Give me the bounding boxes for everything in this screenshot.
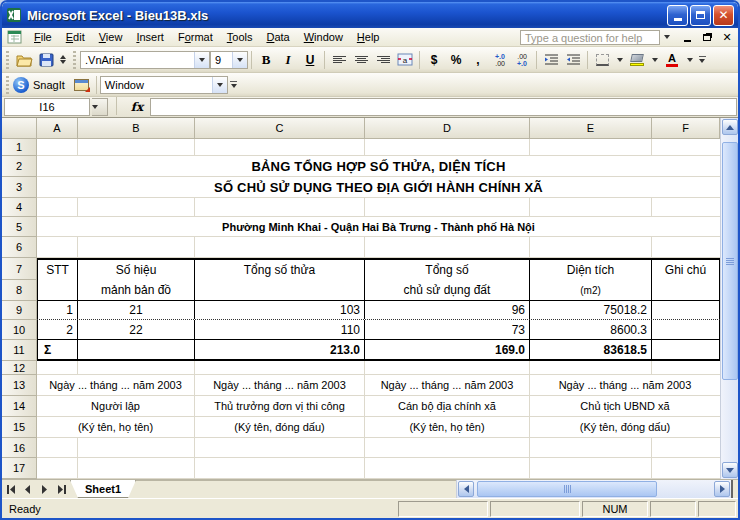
close-button[interactable]: ✕ — [713, 5, 734, 26]
cell[interactable] — [365, 198, 530, 216]
menu-view[interactable]: View — [92, 29, 130, 45]
cell[interactable] — [530, 198, 652, 216]
row-header-15[interactable]: 15 — [2, 417, 37, 438]
cell-b9[interactable]: 21 — [78, 301, 195, 319]
cell[interactable] — [78, 198, 195, 216]
cell-a11[interactable]: Σ — [37, 340, 78, 359]
toolbar-grip[interactable] — [73, 51, 76, 69]
row-header-1[interactable]: 1 — [2, 139, 37, 156]
cell-d9[interactable]: 96 — [365, 301, 530, 319]
column-header-f[interactable]: F — [652, 118, 720, 139]
menu-data[interactable]: Data — [259, 29, 296, 45]
cell[interactable] — [652, 237, 720, 257]
bold-button[interactable]: B — [255, 49, 277, 70]
last-sheet-button[interactable] — [53, 480, 70, 498]
insert-function-button[interactable]: fx — [125, 97, 149, 117]
cell-b8[interactable]: mảnh bản đồ — [78, 280, 195, 300]
column-header-e[interactable]: E — [530, 118, 652, 139]
cell-e7[interactable]: Diện tích — [530, 260, 652, 280]
cell[interactable] — [195, 198, 365, 216]
tab-sheet1[interactable]: Sheet1 — [70, 480, 136, 498]
row-header-10[interactable]: 10 — [2, 320, 37, 340]
cell-e8[interactable]: (m2) — [530, 280, 652, 300]
font-color-dropdown-icon[interactable] — [683, 52, 696, 67]
scroll-up-button[interactable] — [722, 119, 738, 135]
row-header-17[interactable]: 17 — [2, 458, 37, 479]
menu-format[interactable]: Format — [171, 29, 220, 45]
row-header-11[interactable]: 11 — [2, 340, 37, 361]
cell-title-line1[interactable]: BẢNG TỔNG HỢP SỐ THỬA, DIỆN TÍCH — [37, 156, 720, 176]
cell[interactable] — [530, 361, 652, 374]
cell[interactable] — [530, 139, 652, 155]
cell-signnote-2[interactable]: (Ký tên, đóng dấu) — [195, 417, 365, 437]
align-right-button[interactable] — [372, 49, 394, 70]
cell-c10[interactable]: 110 — [195, 320, 365, 339]
row-header-3[interactable]: 3 — [2, 177, 37, 198]
workbook-restore-button[interactable] — [699, 30, 715, 44]
row-header-14[interactable]: 14 — [2, 396, 37, 417]
workbook-minimize-button[interactable] — [679, 30, 695, 44]
decrease-decimal-button[interactable]: .00+.0 — [511, 49, 533, 70]
chevron-down-icon[interactable] — [232, 52, 247, 68]
toolbar-grip[interactable] — [6, 76, 9, 94]
snagit-mode-combo[interactable]: Window — [100, 76, 228, 94]
previous-sheet-button[interactable] — [19, 480, 36, 498]
cell[interactable] — [530, 438, 652, 457]
cell[interactable] — [365, 438, 530, 457]
cell-f9[interactable] — [652, 301, 720, 319]
workbook-icon[interactable] — [7, 30, 22, 44]
cell-e9[interactable]: 75018.2 — [530, 301, 652, 319]
save-button[interactable] — [35, 49, 57, 70]
underline-button[interactable]: U — [299, 49, 321, 70]
cell-date-4[interactable]: Ngày ... tháng ... năm 2003 — [530, 375, 720, 395]
cell[interactable] — [37, 361, 78, 374]
cell[interactable] — [78, 361, 195, 374]
cell-role-4[interactable]: Chủ tịch UBND xã — [530, 396, 720, 416]
cell-role-1[interactable]: Người lập — [37, 396, 195, 416]
column-header-a[interactable]: A — [37, 118, 78, 139]
row-header-8[interactable]: 8 — [2, 280, 37, 301]
fill-color-dropdown-icon[interactable] — [648, 52, 661, 67]
cell-b11[interactable] — [78, 340, 195, 359]
minimize-button[interactable] — [667, 5, 688, 26]
cell-a10[interactable]: 2 — [37, 320, 78, 339]
column-header-b[interactable]: B — [78, 118, 195, 139]
help-dropdown-icon[interactable] — [660, 30, 673, 45]
cell-signnote-4[interactable]: (Ký tên, đóng dấu) — [530, 417, 720, 437]
row-header-4[interactable]: 4 — [2, 198, 37, 217]
cell[interactable] — [78, 438, 195, 457]
next-sheet-button[interactable] — [36, 480, 53, 498]
cell[interactable] — [365, 458, 530, 478]
cell-f10[interactable] — [652, 320, 720, 339]
cell-a7[interactable]: STT — [37, 260, 78, 280]
cell[interactable] — [652, 458, 720, 478]
toolbar-options-icon[interactable] — [228, 75, 240, 95]
cell[interactable] — [530, 458, 652, 478]
formula-input[interactable] — [150, 98, 737, 116]
increase-indent-button[interactable] — [562, 49, 584, 70]
cell-date-3[interactable]: Ngày ... tháng ... năm 2003 — [365, 375, 530, 395]
help-question-input[interactable]: Type a question for help — [520, 30, 660, 45]
decrease-indent-button[interactable] — [540, 49, 562, 70]
cell-d11[interactable]: 169.0 — [365, 340, 530, 359]
cell[interactable] — [530, 237, 652, 257]
menu-window[interactable]: Window — [297, 29, 350, 45]
cell-e11[interactable]: 83618.5 — [530, 340, 652, 359]
cell[interactable] — [37, 237, 78, 257]
snagit-logo-icon[interactable]: S — [13, 77, 29, 93]
cell-f11[interactable] — [652, 340, 720, 359]
cell-e10[interactable]: 8600.3 — [530, 320, 652, 339]
cell[interactable] — [365, 237, 530, 257]
percent-button[interactable]: % — [445, 49, 467, 70]
row-header-6[interactable]: 6 — [2, 237, 37, 258]
toolbar-grip[interactable] — [6, 51, 9, 69]
increase-decimal-button[interactable]: +.0.00 — [489, 49, 511, 70]
cell[interactable] — [37, 198, 78, 216]
borders-button[interactable] — [591, 49, 613, 70]
cell[interactable] — [37, 458, 78, 478]
cell-f8[interactable] — [652, 280, 720, 300]
cell-d7[interactable]: Tổng số — [365, 260, 530, 280]
column-header-c[interactable]: C — [195, 118, 365, 139]
scroll-left-button[interactable] — [458, 481, 474, 497]
row-header-2[interactable]: 2 — [2, 156, 37, 177]
